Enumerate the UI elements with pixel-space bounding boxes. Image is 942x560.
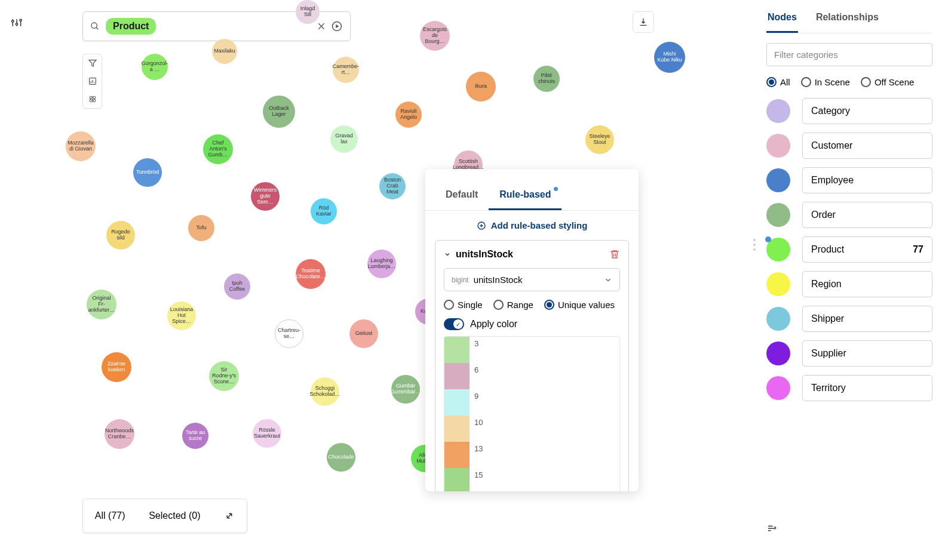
color-value: 10: [470, 416, 487, 429]
tab-rule-based[interactable]: Rule-based: [489, 181, 561, 210]
graph-node[interactable]: Louisiana Hot Spice…: [167, 301, 196, 330]
category-box[interactable]: Order: [802, 202, 932, 228]
expand-icon[interactable]: [224, 510, 235, 521]
color-swatch: [444, 416, 470, 442]
download-button[interactable]: [633, 11, 654, 33]
all-count[interactable]: All (77): [95, 510, 125, 521]
category-box[interactable]: Employee: [802, 167, 932, 193]
settings-sliders-icon[interactable]: [11, 17, 23, 29]
graph-node[interactable]: Tofu: [188, 215, 214, 241]
filter-categories-input[interactable]: [766, 43, 932, 66]
graph-node[interactable]: Pâté chinois: [533, 66, 560, 92]
graph-node[interactable]: Rössle Sauerkraut: [253, 419, 281, 448]
color-value-row[interactable]: 3: [444, 337, 619, 363]
graph-node[interactable]: Chocolade: [327, 443, 355, 472]
color-value-row[interactable]: 6: [444, 363, 619, 389]
selected-count[interactable]: Selected (0): [149, 510, 200, 521]
graph-node[interactable]: Mozzarella di Giovan: [66, 131, 96, 161]
clear-icon[interactable]: [317, 21, 326, 31]
apply-color-toggle[interactable]: [444, 318, 464, 330]
color-value-row[interactable]: 9: [444, 389, 619, 416]
category-color[interactable]: [766, 307, 790, 331]
graph-node[interactable]: Ipoh Coffee: [224, 273, 250, 300]
graph-node[interactable]: Gorgonzol-a …: [142, 54, 168, 80]
category-row: Category: [766, 98, 932, 124]
panel-resize-handle[interactable]: [753, 239, 756, 251]
graph-node[interactable]: Inlagd Sill: [296, 0, 320, 24]
filter-tool[interactable]: [82, 54, 102, 72]
radio-unique[interactable]: Unique values: [544, 300, 615, 310]
category-box[interactable]: Supplier: [802, 340, 932, 367]
graph-node[interactable]: Original Fr-ankfurter…: [87, 290, 116, 319]
graph-node[interactable]: Schoggi Schokolad…: [311, 377, 339, 406]
category-row: Supplier: [766, 340, 932, 367]
graph-node[interactable]: Geitost: [349, 319, 378, 348]
category-color[interactable]: [766, 99, 790, 123]
chevron-down-icon[interactable]: [444, 251, 451, 258]
graph-node[interactable]: Steeleye Stout: [585, 125, 614, 154]
graph-node[interactable]: Northwoods Cranbe…: [105, 419, 134, 449]
atom-tool[interactable]: [82, 90, 102, 108]
add-rule-button[interactable]: Add rule-based styling: [425, 211, 639, 240]
graph-node[interactable]: Chartreu-se…: [275, 319, 303, 348]
radio-single[interactable]: Single: [444, 300, 483, 310]
run-icon[interactable]: [331, 20, 343, 32]
graph-node[interactable]: Ikura: [466, 72, 496, 101]
category-color[interactable]: [766, 168, 790, 192]
graph-node[interactable]: Röd Kaviar: [311, 198, 337, 224]
sort-button[interactable]: [766, 523, 777, 536]
color-swatch: [444, 363, 470, 389]
graph-node[interactable]: Ravioli Angelo: [395, 101, 422, 128]
graph-node[interactable]: Tunnbröd: [133, 158, 162, 187]
tab-default[interactable]: Default: [435, 181, 489, 210]
graph-node[interactable]: Tarte au sucre: [182, 423, 208, 449]
graph-node[interactable]: Mishi Kobe Niku: [654, 42, 685, 73]
graph-node[interactable]: Laughing Lumberja…: [367, 250, 396, 278]
category-box[interactable]: Product77: [802, 236, 932, 263]
svg-point-5: [20, 19, 22, 21]
tab-relationships[interactable]: Relationships: [815, 6, 880, 33]
trash-icon[interactable]: [609, 249, 620, 260]
graph-node[interactable]: Zaanse koeken: [102, 352, 131, 382]
tool-column: [82, 54, 102, 109]
category-color[interactable]: [766, 203, 790, 227]
graph-node[interactable]: Gumbär Gummibär…: [391, 375, 420, 404]
search-chip[interactable]: Product: [106, 18, 156, 35]
category-box[interactable]: Shipper: [802, 306, 932, 332]
category-color[interactable]: [766, 272, 790, 296]
radio-scene-in[interactable]: In Scene: [801, 77, 850, 87]
category-box[interactable]: Region: [802, 271, 932, 297]
graph-node[interactable]: Boston Crab Meat: [379, 173, 406, 199]
radio-scene-off[interactable]: Off Scene: [861, 77, 914, 87]
property-select[interactable]: bigint unitsInStock: [444, 268, 620, 291]
graph-node[interactable]: Maxilaku: [212, 39, 237, 64]
graph-node[interactable]: Camembe-rt…: [333, 57, 359, 83]
rule-title: unitsInStock: [456, 249, 605, 260]
radio-range[interactable]: Range: [493, 300, 533, 310]
category-box[interactable]: Territory: [802, 375, 932, 401]
graph-node[interactable]: Chef Anton's Gumb…: [203, 134, 233, 164]
category-box[interactable]: Customer: [802, 133, 932, 159]
color-value-row[interactable]: 10: [444, 416, 619, 442]
color-value: 3: [470, 337, 483, 350]
graph-node[interactable]: Escargots de Bourg…: [420, 21, 450, 51]
color-value-list: 369101315: [444, 336, 620, 491]
tab-nodes[interactable]: Nodes: [766, 6, 798, 33]
category-color[interactable]: [766, 341, 790, 365]
color-value-row[interactable]: 13: [444, 442, 619, 468]
radio-scene-all[interactable]: All: [766, 77, 790, 87]
category-row: Order: [766, 202, 932, 228]
category-color[interactable]: [766, 134, 790, 158]
graph-node[interactable]: Gravad lax: [330, 125, 358, 153]
graph-node[interactable]: Teatime Chocolate…: [296, 259, 326, 289]
graph-node[interactable]: Sir Rodne-y's Scone…: [209, 361, 239, 391]
chart-tool[interactable]: [82, 72, 102, 90]
category-box[interactable]: Category: [802, 98, 932, 124]
category-row: Territory: [766, 375, 932, 401]
category-color[interactable]: [766, 238, 790, 261]
graph-node[interactable]: Outback Lager: [263, 96, 295, 128]
category-color[interactable]: [766, 376, 790, 400]
color-value-row[interactable]: 15: [444, 468, 619, 491]
graph-node[interactable]: Wimmers gute Sem…: [251, 182, 280, 211]
graph-node[interactable]: Rogede sild: [106, 221, 135, 250]
